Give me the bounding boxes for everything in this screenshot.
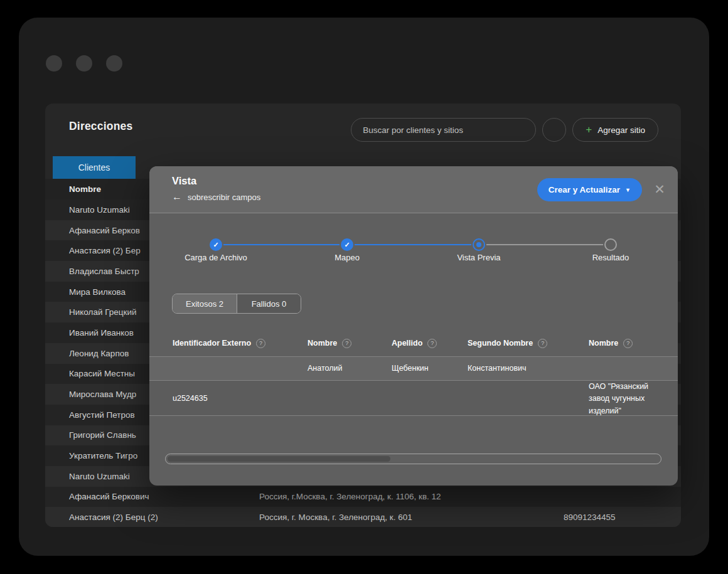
preview-cell: ОАО "Рязанский завод чугунных изделий" (589, 381, 665, 417)
window-control-dot[interactable] (76, 55, 92, 72)
step-label: Vista Previa (422, 253, 535, 262)
preview-cell: Константинович (468, 363, 589, 375)
header-circle-button[interactable] (542, 118, 566, 142)
cell-phone: 89091234455 (564, 513, 681, 522)
close-icon[interactable]: ✕ (651, 181, 668, 198)
search-input[interactable] (351, 118, 536, 142)
table-row[interactable]: Анастасия (2) Берц (2)Россия, г. Москва,… (45, 507, 681, 527)
preview-row: u2524635ОАО "Рязанский завод чугунных из… (149, 380, 678, 416)
column-header-label: Apellido (392, 339, 422, 348)
step-active-icon[interactable] (473, 238, 485, 251)
preview-cell: u2524635 (173, 393, 308, 405)
step-label: Carga de Archivo (159, 253, 272, 262)
help-icon[interactable]: ? (427, 339, 437, 348)
cell-name: Анастасия (2) Берц (2) (69, 513, 259, 522)
modal-title: Vista (172, 175, 196, 187)
help-icon[interactable]: ? (538, 339, 547, 348)
window-controls (46, 55, 122, 72)
table-row[interactable]: Афанасий БерковичРоссия, г.Москва, г. Зе… (45, 487, 681, 508)
step-connector (223, 244, 340, 245)
column-header-label: Segundo Nombre (468, 339, 533, 348)
step-done-icon[interactable]: ✓ (341, 238, 353, 251)
back-arrow-icon[interactable]: ← (172, 192, 182, 202)
header-actions: + Agregar sitio (351, 118, 658, 142)
column-header: Apellido? (392, 339, 468, 348)
result-tab[interactable]: Exitosos 2 (173, 294, 237, 313)
cell-name: Афанасий Беркович (69, 492, 259, 501)
tab-clientes[interactable]: Clientes (53, 156, 136, 179)
create-update-label: Crear y Actualizar (549, 185, 620, 194)
preview-row: АнатолийЩебенкинКонстантинович (149, 356, 678, 380)
result-tabs: Exitosos 2Fallidos 0 (172, 294, 301, 314)
modal-header: Vista ← sobrescribir campos Crear y Actu… (149, 166, 678, 213)
column-header: Nombre? (589, 339, 665, 348)
cell-address: Россия, г. Москва, г. Зеленоград, к. 601 (259, 513, 564, 522)
column-header-label: Nombre (589, 339, 618, 348)
preview-cell: Щебенкин (392, 363, 468, 375)
window-control-dot[interactable] (46, 55, 62, 72)
column-header: Segundo Nombre? (468, 339, 589, 348)
vista-modal: Vista ← sobrescribir campos Crear y Actu… (149, 166, 678, 486)
app-window: Direcciones + Agregar sitio Clientes Nom… (19, 18, 709, 556)
step-done-icon[interactable]: ✓ (210, 238, 222, 251)
add-site-button[interactable]: + Agregar sitio (572, 118, 658, 142)
horizontal-scrollbar[interactable] (165, 454, 661, 464)
column-header: Nombre? (308, 339, 392, 348)
step-connector (486, 244, 603, 245)
modal-subtitle-row: ← sobrescribir campos (172, 192, 260, 202)
help-icon[interactable]: ? (342, 339, 351, 348)
step-upcoming-icon[interactable] (604, 238, 617, 251)
preview-cell: Анатолий (308, 363, 392, 375)
modal-body: ✓Carga de Archivo✓MapeoVista PreviaResul… (149, 213, 678, 486)
column-header-label: Nombre (308, 339, 337, 348)
cell-address: Россия, г.Москва, г. Зеленоград, к. 1106… (259, 492, 564, 501)
name-column-header: Nombre (69, 184, 101, 194)
step-label: Resultado (554, 253, 667, 262)
chevron-down-icon: ▼ (625, 187, 631, 193)
plus-icon: + (586, 124, 592, 135)
add-site-label: Agregar sitio (597, 125, 645, 135)
step-active-dot (476, 242, 481, 247)
preview-table-header: Identificador Externo?Nombre?Apellido?Se… (149, 330, 678, 356)
step-label: Mapeo (291, 253, 404, 262)
step-connector (355, 244, 471, 245)
help-icon[interactable]: ? (623, 339, 633, 348)
window-control-dot[interactable] (106, 55, 122, 72)
column-header: Identificador Externo? (173, 339, 308, 348)
help-icon[interactable]: ? (256, 339, 265, 348)
preview-table: АнатолийЩебенкинКонстантиновичu2524635ОА… (149, 356, 678, 416)
create-update-button[interactable]: Crear y Actualizar ▼ (537, 178, 642, 201)
scrollbar-thumb[interactable] (168, 456, 390, 462)
column-header-label: Identificador Externo (173, 339, 251, 348)
modal-subtitle: sobrescribir campos (188, 193, 260, 202)
page-title: Direcciones (69, 120, 132, 133)
result-tab[interactable]: Fallidos 0 (237, 294, 301, 313)
